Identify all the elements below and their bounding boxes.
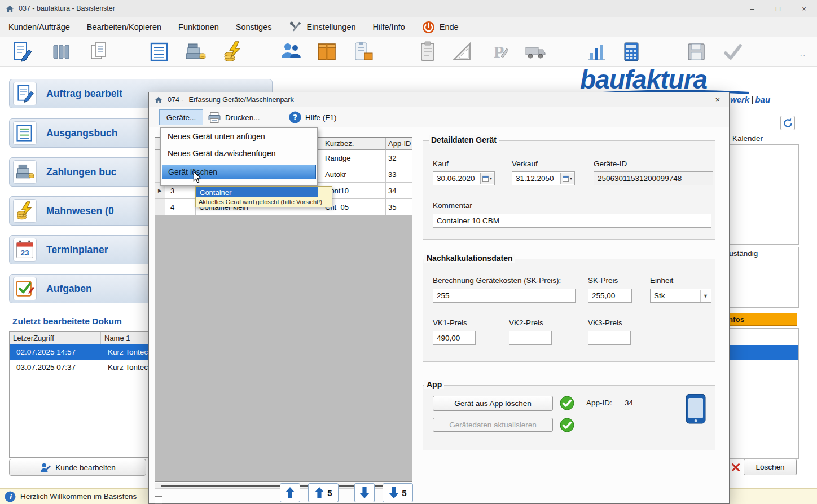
cash-register-icon xyxy=(13,160,37,184)
dialog-checkbox[interactable] xyxy=(155,496,162,504)
drucken-menu-button[interactable]: Drucken... xyxy=(208,109,260,125)
geraete-id-label: Geräte-ID xyxy=(594,160,627,168)
clipboard-icon xyxy=(416,41,439,63)
dunning-icon xyxy=(13,199,37,223)
menu-separator xyxy=(163,163,315,163)
menu-kunden-auftraege[interactable]: Kunden/Aufträge xyxy=(0,17,78,37)
loeschen-label: Löschen xyxy=(755,463,784,471)
geraete-menu-button[interactable]: Geräte... xyxy=(159,109,203,125)
menu-sonstiges[interactable]: Sonstiges xyxy=(227,17,280,37)
nav-down-button[interactable] xyxy=(354,483,375,502)
berechnung-label: Berechnung Gerätekosten (SK-Preis): xyxy=(433,276,561,285)
calculator-button[interactable] xyxy=(618,40,644,64)
geraete-id-field: 25063011531200099748 xyxy=(594,171,713,185)
confirm-button[interactable] xyxy=(720,40,746,64)
measure-button[interactable] xyxy=(449,40,475,64)
cell-nr[interactable]: 4 xyxy=(165,199,196,215)
app-heading: App xyxy=(424,380,444,389)
drucken-menu-label: Drucken... xyxy=(225,113,260,122)
menu-funktionen[interactable]: Funktionen xyxy=(170,17,227,37)
statistics-button[interactable] xyxy=(583,40,609,64)
kommentar-field[interactable]: Container 10 CBM xyxy=(433,214,711,228)
berechnung-field[interactable]: 255 xyxy=(433,289,576,303)
cell-appid[interactable]: 35 xyxy=(386,199,412,215)
date-picker-icon[interactable]: ▾ xyxy=(560,173,574,184)
cell-appid[interactable]: 32 xyxy=(386,150,412,166)
vk3-field[interactable] xyxy=(588,331,631,345)
main-menubar: Kunden/Aufträge Bearbeiten/Kopieren Funk… xyxy=(0,17,817,37)
success-check-icon xyxy=(560,418,574,432)
cell-appid[interactable]: 33 xyxy=(386,166,412,183)
package-button[interactable] xyxy=(314,40,340,64)
vk1-field[interactable]: 490,00 xyxy=(433,331,476,345)
geraete-context-menu: Neues Gerät unten anfügen Neues Gerät da… xyxy=(160,127,318,186)
cell-kurzbez[interactable]: Randge xyxy=(317,150,386,166)
minimize-button[interactable]: – xyxy=(739,0,765,17)
geraet-aus-app-loeschen-button[interactable]: Gerät aus App löschen xyxy=(433,396,553,411)
kauf-label: Kauf xyxy=(433,160,449,168)
einheit-select[interactable]: Stk ▼ xyxy=(650,289,711,303)
tooltip-warning-text: Aktuelles Gerät wird gelöscht (bitte Vor… xyxy=(196,198,332,206)
ledger-button[interactable] xyxy=(147,40,173,64)
menu-hilfe-info[interactable]: Hilfe/Info xyxy=(364,17,414,37)
sk-preis-field[interactable]: 255,00 xyxy=(588,289,632,303)
customers-button[interactable] xyxy=(278,40,304,64)
menu-item-geraet-loeschen[interactable]: Gerät löschen xyxy=(162,165,316,179)
menu-einstellungen[interactable]: Einstellungen xyxy=(280,17,364,37)
date-picker-icon[interactable]: ▾ xyxy=(480,173,494,184)
statusbar-text: Herzlich Willkommen im Basisfens xyxy=(20,492,137,501)
kauf-date-field[interactable]: 30.06.2020 ▾ xyxy=(433,171,495,185)
document-edit-button[interactable] xyxy=(9,40,35,64)
verkauf-label: Verkauf xyxy=(512,160,538,168)
svg-text:?: ? xyxy=(293,113,297,122)
nav-up-5-button[interactable]: 5 xyxy=(308,483,339,502)
home-icon xyxy=(155,96,162,103)
dunning-button[interactable] xyxy=(220,40,246,64)
refresh-button[interactable] xyxy=(780,116,795,130)
geraete-dialog: 074 - Erfassung Geräte/Maschinenpark × G… xyxy=(148,92,730,504)
copy-button[interactable] xyxy=(86,40,112,64)
nav-up-button[interactable] xyxy=(280,483,300,502)
hilfe-menu-button[interactable]: ? Hilfe (F1) xyxy=(289,109,337,125)
chevron-down-icon[interactable]: ▼ xyxy=(700,290,710,302)
save-button[interactable] xyxy=(683,40,709,64)
arrow-up-icon xyxy=(314,487,324,499)
cell-kurzbez[interactable]: Autokr xyxy=(317,166,386,183)
dialog-titlebar: 074 - Erfassung Geräte/Maschinenpark × xyxy=(149,92,729,107)
cell-zugriff: 03.07.2025 07:37 xyxy=(10,363,101,372)
app-groupbox: App Gerät aus App löschen App-ID: 34 Ger… xyxy=(423,385,715,450)
menu-bearbeiten-kopieren[interactable]: Bearbeiten/Kopieren xyxy=(78,17,170,37)
geraetedaten-aktualisieren-button[interactable]: Gerätedaten aktualisieren xyxy=(433,418,553,432)
nav-up-5-label: 5 xyxy=(327,488,332,498)
menu-label: Bearbeiten/Kopieren xyxy=(87,23,161,32)
menu-item-neues-geraet-unten[interactable]: Neues Gerät unten anfügen xyxy=(161,128,317,145)
detaildaten-groupbox: Detaildaten Gerät Kauf 30.06.2020 ▾ Verk… xyxy=(423,140,715,240)
document-edit-icon xyxy=(13,82,37,105)
vk2-field[interactable] xyxy=(509,331,552,345)
menu-item-neues-geraet-dazwischen[interactable]: Neues Gerät dazwischenfügen xyxy=(161,145,317,162)
nav-down-5-button[interactable]: 5 xyxy=(383,483,413,502)
kunde-bearbeiten-button[interactable]: Kunde bearbeiten xyxy=(9,459,146,476)
truck-button[interactable] xyxy=(522,40,548,64)
row-selector[interactable] xyxy=(155,199,165,215)
maximize-button[interactable]: □ xyxy=(765,0,791,17)
delivery-note-button[interactable] xyxy=(350,40,376,64)
main-toolbar: P ∙∙ xyxy=(0,37,817,67)
dialog-close-button[interactable]: × xyxy=(711,94,724,105)
loeschen-button[interactable]: Löschen xyxy=(744,459,797,475)
cell-appid[interactable]: 34 xyxy=(386,183,412,199)
menu-label: Kunden/Aufträge xyxy=(8,23,70,32)
sidebar-item-label: Auftrag bearbeit xyxy=(46,88,122,100)
letter-p-button[interactable]: P xyxy=(486,40,512,64)
clipboard-button[interactable] xyxy=(415,40,441,64)
window-title: 037 - baufaktura - Basisfenster xyxy=(19,5,115,12)
cash-register-button[interactable] xyxy=(182,40,208,64)
vk3-label: VK3-Preis xyxy=(588,319,622,327)
svg-text:P: P xyxy=(494,42,504,61)
verkauf-date-field[interactable]: 31.12.2050 ▾ xyxy=(512,171,575,185)
close-button[interactable]: × xyxy=(791,0,817,17)
sidebar-item-label: Ausgangsbuch xyxy=(46,127,117,139)
columns-button[interactable] xyxy=(49,40,74,64)
toolbar-overflow-dots[interactable]: ∙∙ xyxy=(800,51,806,59)
menu-ende[interactable]: Ende xyxy=(414,17,467,37)
